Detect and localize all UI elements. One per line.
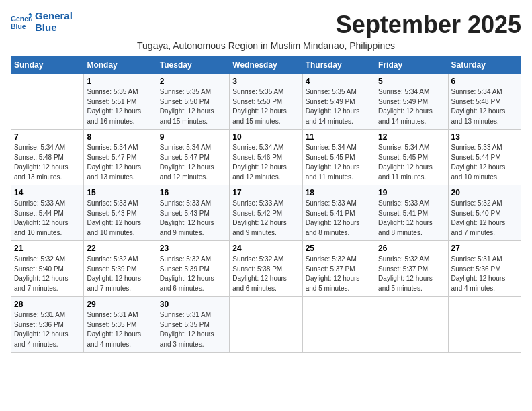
calendar-cell: 19Sunrise: 5:33 AMSunset: 5:41 PMDayligh… <box>375 185 448 241</box>
week-row-3: 21Sunrise: 5:32 AMSunset: 5:40 PMDayligh… <box>11 241 521 297</box>
header-sunday: Sunday <box>11 57 84 74</box>
calendar-cell: 18Sunrise: 5:33 AMSunset: 5:41 PMDayligh… <box>302 185 375 241</box>
day-info: Sunrise: 5:33 AMSunset: 5:44 PMDaylight:… <box>14 199 81 238</box>
day-info: Sunrise: 5:35 AMSunset: 5:50 PMDaylight:… <box>232 87 299 126</box>
day-number: 22 <box>87 244 153 253</box>
day-info: Sunrise: 5:32 AMSunset: 5:39 PMDaylight:… <box>87 255 153 293</box>
day-info: Sunrise: 5:32 AMSunset: 5:37 PMDaylight:… <box>378 255 445 293</box>
day-number: 27 <box>451 244 518 253</box>
calendar-cell: 24Sunrise: 5:32 AMSunset: 5:38 PMDayligh… <box>230 241 302 297</box>
calendar-cell: 9Sunrise: 5:34 AMSunset: 5:47 PMDaylight… <box>157 130 229 185</box>
day-number: 11 <box>306 132 372 142</box>
calendar-cell: 1Sunrise: 5:35 AMSunset: 5:51 PMDaylight… <box>84 74 157 130</box>
day-info: Sunrise: 5:32 AMSunset: 5:39 PMDaylight:… <box>160 255 226 293</box>
calendar-cell: 30Sunrise: 5:31 AMSunset: 5:35 PMDayligh… <box>157 297 229 353</box>
calendar-cell: 11Sunrise: 5:34 AMSunset: 5:45 PMDayligh… <box>302 130 375 185</box>
day-number: 9 <box>160 132 226 142</box>
day-number: 1 <box>87 77 153 86</box>
header-tuesday: Tuesday <box>157 57 229 74</box>
week-row-2: 14Sunrise: 5:33 AMSunset: 5:44 PMDayligh… <box>11 185 521 241</box>
day-number: 14 <box>14 188 81 197</box>
calendar-cell: 13Sunrise: 5:33 AMSunset: 5:44 PMDayligh… <box>448 130 521 185</box>
subtitle: Tugaya, Autonomous Region in Muslim Mind… <box>11 40 521 51</box>
day-info: Sunrise: 5:34 AMSunset: 5:48 PMDaylight:… <box>14 143 81 182</box>
svg-text:Blue: Blue <box>11 23 26 30</box>
day-number: 3 <box>232 77 299 86</box>
day-info: Sunrise: 5:32 AMSunset: 5:40 PMDaylight:… <box>451 199 518 238</box>
day-number: 13 <box>451 132 518 142</box>
day-number: 2 <box>160 77 226 86</box>
svg-text:General: General <box>11 15 32 22</box>
calendar-cell: 23Sunrise: 5:32 AMSunset: 5:39 PMDayligh… <box>157 241 229 297</box>
calendar-header-row: SundayMondayTuesdayWednesdayThursdayFrid… <box>11 57 521 74</box>
calendar-cell: 12Sunrise: 5:34 AMSunset: 5:45 PMDayligh… <box>375 130 448 185</box>
day-info: Sunrise: 5:32 AMSunset: 5:38 PMDaylight:… <box>232 255 299 293</box>
day-number: 19 <box>378 188 445 197</box>
day-info: Sunrise: 5:34 AMSunset: 5:45 PMDaylight:… <box>378 143 445 182</box>
day-info: Sunrise: 5:34 AMSunset: 5:47 PMDaylight:… <box>160 143 226 182</box>
day-info: Sunrise: 5:34 AMSunset: 5:45 PMDaylight:… <box>306 143 372 182</box>
calendar-cell <box>230 297 302 353</box>
day-info: Sunrise: 5:33 AMSunset: 5:41 PMDaylight:… <box>306 199 372 238</box>
calendar-cell: 21Sunrise: 5:32 AMSunset: 5:40 PMDayligh… <box>11 241 84 297</box>
calendar-body: 1Sunrise: 5:35 AMSunset: 5:51 PMDaylight… <box>11 74 521 353</box>
day-number: 17 <box>232 188 299 197</box>
calendar-table: SundayMondayTuesdayWednesdayThursdayFrid… <box>11 56 521 353</box>
calendar-cell <box>11 74 84 130</box>
header-wednesday: Wednesday <box>230 57 302 74</box>
day-info: Sunrise: 5:31 AMSunset: 5:35 PMDaylight:… <box>87 310 153 349</box>
day-info: Sunrise: 5:34 AMSunset: 5:49 PMDaylight:… <box>378 87 445 126</box>
calendar-cell: 20Sunrise: 5:32 AMSunset: 5:40 PMDayligh… <box>448 185 521 241</box>
day-info: Sunrise: 5:33 AMSunset: 5:43 PMDaylight:… <box>160 199 226 238</box>
day-number: 18 <box>306 188 372 197</box>
day-number: 15 <box>87 188 153 197</box>
week-row-0: 1Sunrise: 5:35 AMSunset: 5:51 PMDaylight… <box>11 74 521 130</box>
calendar-cell: 26Sunrise: 5:32 AMSunset: 5:37 PMDayligh… <box>375 241 448 297</box>
day-number: 24 <box>232 244 299 253</box>
day-number: 10 <box>232 132 299 142</box>
calendar-cell: 17Sunrise: 5:33 AMSunset: 5:42 PMDayligh… <box>230 185 302 241</box>
calendar-cell: 7Sunrise: 5:34 AMSunset: 5:48 PMDaylight… <box>11 130 84 185</box>
day-number: 21 <box>14 244 81 253</box>
calendar-cell: 15Sunrise: 5:33 AMSunset: 5:43 PMDayligh… <box>84 185 157 241</box>
calendar-cell: 25Sunrise: 5:32 AMSunset: 5:37 PMDayligh… <box>302 241 375 297</box>
day-number: 5 <box>378 77 445 86</box>
calendar-cell <box>302 297 375 353</box>
logo-text-line1: General <box>35 11 73 22</box>
header-monday: Monday <box>84 57 157 74</box>
calendar-cell: 16Sunrise: 5:33 AMSunset: 5:43 PMDayligh… <box>157 185 229 241</box>
day-number: 8 <box>87 132 153 142</box>
calendar-cell <box>375 297 448 353</box>
day-info: Sunrise: 5:31 AMSunset: 5:35 PMDaylight:… <box>160 310 226 349</box>
day-number: 25 <box>306 244 372 253</box>
day-number: 12 <box>378 132 445 142</box>
day-info: Sunrise: 5:33 AMSunset: 5:44 PMDaylight:… <box>451 143 518 182</box>
day-info: Sunrise: 5:31 AMSunset: 5:36 PMDaylight:… <box>451 255 518 293</box>
day-info: Sunrise: 5:32 AMSunset: 5:40 PMDaylight:… <box>14 255 81 293</box>
calendar-cell: 28Sunrise: 5:31 AMSunset: 5:36 PMDayligh… <box>11 297 84 353</box>
day-info: Sunrise: 5:31 AMSunset: 5:36 PMDaylight:… <box>14 310 81 349</box>
day-info: Sunrise: 5:34 AMSunset: 5:48 PMDaylight:… <box>451 87 518 126</box>
day-number: 30 <box>160 300 226 309</box>
calendar-cell: 22Sunrise: 5:32 AMSunset: 5:39 PMDayligh… <box>84 241 157 297</box>
day-info: Sunrise: 5:33 AMSunset: 5:42 PMDaylight:… <box>232 199 299 238</box>
header-thursday: Thursday <box>302 57 375 74</box>
day-number: 29 <box>87 300 153 309</box>
calendar-cell: 6Sunrise: 5:34 AMSunset: 5:48 PMDaylight… <box>448 74 521 130</box>
logo-icon: General Blue <box>11 13 32 32</box>
calendar-cell: 8Sunrise: 5:34 AMSunset: 5:47 PMDaylight… <box>84 130 157 185</box>
calendar-cell: 3Sunrise: 5:35 AMSunset: 5:50 PMDaylight… <box>230 74 302 130</box>
day-info: Sunrise: 5:34 AMSunset: 5:47 PMDaylight:… <box>87 143 153 182</box>
calendar-cell: 2Sunrise: 5:35 AMSunset: 5:50 PMDaylight… <box>157 74 229 130</box>
day-number: 6 <box>451 77 518 86</box>
day-info: Sunrise: 5:34 AMSunset: 5:46 PMDaylight:… <box>232 143 299 182</box>
day-info: Sunrise: 5:32 AMSunset: 5:37 PMDaylight:… <box>306 255 372 293</box>
day-number: 20 <box>451 188 518 197</box>
week-row-4: 28Sunrise: 5:31 AMSunset: 5:36 PMDayligh… <box>11 297 521 353</box>
week-row-1: 7Sunrise: 5:34 AMSunset: 5:48 PMDaylight… <box>11 130 521 185</box>
logo: General Blue General Blue <box>11 11 73 33</box>
day-info: Sunrise: 5:35 AMSunset: 5:51 PMDaylight:… <box>87 87 153 126</box>
day-number: 28 <box>14 300 81 309</box>
calendar-cell: 29Sunrise: 5:31 AMSunset: 5:35 PMDayligh… <box>84 297 157 353</box>
day-number: 26 <box>378 244 445 253</box>
